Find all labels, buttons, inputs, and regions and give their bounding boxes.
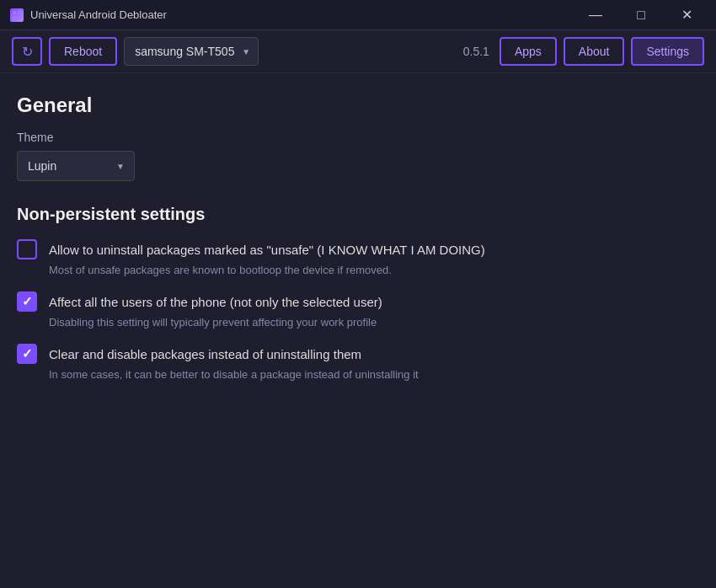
toolbar-left: ↻ Reboot samsung SM-T505 xyxy=(12,37,457,66)
setting-label-disable: Clear and disable packages instead of un… xyxy=(49,347,361,361)
setting-label-all-users: Affect all the users of the phone (not o… xyxy=(49,295,382,309)
setting-desc-all-users: Disabling this setting will typically pr… xyxy=(49,316,699,329)
window-controls: — □ ✕ xyxy=(576,3,706,27)
setting-desc-disable: In some cases, it can be better to disab… xyxy=(49,368,699,381)
title-bar: Universal Android Debloater — □ ✕ xyxy=(0,0,716,30)
general-section-title: General xyxy=(17,94,699,117)
app-icon xyxy=(10,8,24,22)
setting-row-disable: Clear and disable packages instead of un… xyxy=(17,344,699,364)
setting-row-all-users: Affect all the users of the phone (not o… xyxy=(17,291,699,312)
checkbox-disable[interactable] xyxy=(17,344,37,364)
toolbar: ↻ Reboot samsung SM-T505 0.5.1 Apps Abou… xyxy=(0,30,716,73)
close-button[interactable]: ✕ xyxy=(667,3,706,27)
setting-item-unsafe: Allow to uninstall packages marked as "u… xyxy=(17,239,699,276)
settings-button[interactable]: Settings xyxy=(631,37,704,66)
setting-row-unsafe: Allow to uninstall packages marked as "u… xyxy=(17,239,699,259)
non-persistent-section-title: Non-persistent settings xyxy=(17,205,699,224)
title-bar-left: Universal Android Debloater xyxy=(10,8,167,22)
minimize-button[interactable]: — xyxy=(576,3,615,27)
theme-select-wrapper: Lupin Dark Light xyxy=(17,151,135,181)
theme-select[interactable]: Lupin Dark Light xyxy=(17,151,135,181)
svg-rect-0 xyxy=(13,11,16,14)
refresh-icon: ↻ xyxy=(22,44,33,60)
device-select[interactable]: samsung SM-T505 xyxy=(124,37,259,66)
setting-item-disable: Clear and disable packages instead of un… xyxy=(17,344,699,381)
checkbox-unsafe[interactable] xyxy=(17,239,37,259)
checkbox-all-users[interactable] xyxy=(17,291,37,312)
theme-label: Theme xyxy=(17,131,699,144)
svg-rect-2 xyxy=(13,16,16,19)
device-select-wrapper: samsung SM-T505 xyxy=(124,37,259,66)
svg-rect-1 xyxy=(18,11,21,14)
setting-desc-unsafe: Most of unsafe packages are known to boo… xyxy=(49,264,699,276)
toolbar-right: 0.5.1 Apps About Settings xyxy=(463,37,704,66)
version-text: 0.5.1 xyxy=(463,45,489,58)
setting-item-all-users: Affect all the users of the phone (not o… xyxy=(17,291,699,329)
main-content: General Theme Lupin Dark Light Non-persi… xyxy=(0,73,716,587)
apps-button[interactable]: Apps xyxy=(500,37,557,66)
maximize-button[interactable]: □ xyxy=(622,3,660,27)
about-button[interactable]: About xyxy=(564,37,625,66)
setting-label-unsafe: Allow to uninstall packages marked as "u… xyxy=(49,243,485,257)
refresh-button[interactable]: ↻ xyxy=(12,37,42,66)
app-title: Universal Android Debloater xyxy=(30,8,167,21)
reboot-button[interactable]: Reboot xyxy=(49,37,117,66)
svg-rect-3 xyxy=(18,16,21,19)
